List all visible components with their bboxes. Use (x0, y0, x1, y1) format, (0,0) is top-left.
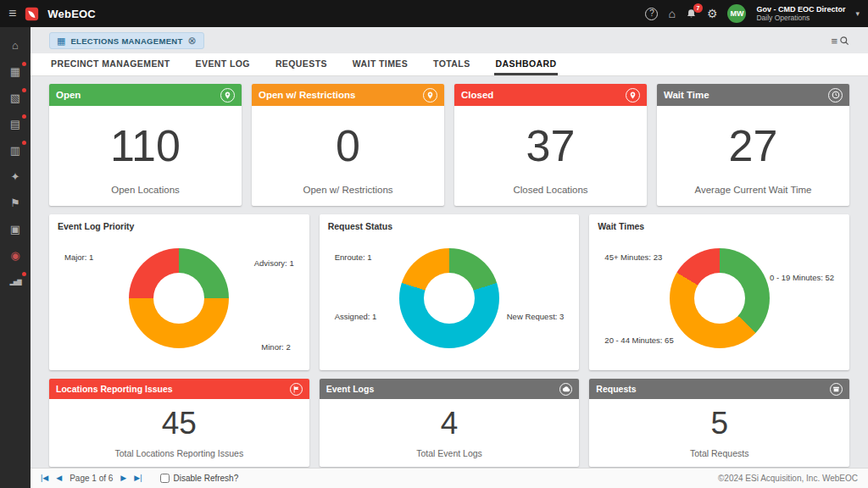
chart-label: New Request: 3 (507, 312, 565, 321)
stat-card-value: 110 (49, 106, 242, 185)
dashboard-content: Open110Open LocationsOpen w/ Restriction… (31, 76, 868, 468)
settings-gear-icon[interactable]: ⚙ (707, 8, 718, 19)
board-tabs: PRECINCT MANAGEMENTEVENT LOGREQUESTSWAIT… (31, 53, 868, 76)
pagination-first-button[interactable]: |◀ (41, 474, 48, 482)
location-pin-icon (220, 88, 235, 103)
reports-button[interactable]: ▂▅▇ (7, 274, 24, 289)
left-sidebar: ⌂▦▧▤▥✦⚑▣◉▂▅▇ (0, 27, 31, 488)
board-icon: ▦ (57, 36, 65, 46)
notification-dot (22, 88, 26, 92)
chart-label: Enroute: 1 (335, 252, 372, 262)
messages-icon: ▥ (10, 145, 20, 156)
stat-card-title: Closed (461, 90, 493, 100)
stat-card-value: 0 (252, 106, 444, 185)
home-icon: ⌂ (12, 40, 19, 51)
chart-card-event-log-priority: Event Log PriorityAdvisory: 1Minor: 2Maj… (49, 214, 309, 370)
stat-card-requests: Requests5Total Requests (589, 379, 849, 467)
stat-card-header: Requests (589, 379, 849, 399)
globe-icon: ◉ (10, 250, 19, 261)
chart-label: Major: 1 (64, 252, 93, 262)
user-avatar[interactable]: MW (727, 4, 746, 23)
apps-icon: ▤ (10, 119, 20, 130)
stat-card-event-logs: Event Logs4Total Event Logs (320, 379, 580, 467)
tab-event-log[interactable]: EVENT LOG (194, 53, 252, 75)
top-header: ≡ WebEOC ? ⌂ 7 ⚙ MW Gov - CMD EOC Direct… (0, 0, 868, 27)
user-menu[interactable]: Gov - CMD EOC Director Daily Operations (756, 5, 845, 23)
chart-card-wait-times: Wait Times0 - 19 Minutes: 5220 - 44 Minu… (589, 214, 849, 370)
donut-chart: Advisory: 1Minor: 2Major: 1 (58, 231, 301, 365)
messages-button[interactable]: ▥ (7, 142, 24, 158)
pagination-last-button[interactable]: ▶| (134, 474, 142, 482)
home-button[interactable]: ⌂ (7, 37, 24, 53)
stat-card-open-w-restrictions: Open w/ Restrictions0Open w/ Restriction… (252, 84, 444, 206)
stat-card-caption: Open w/ Restrictions (252, 185, 444, 206)
menu-toggle-icon[interactable]: ≡ (8, 6, 16, 21)
donut-chart: Enroute: 1New Request: 3Assigned: 1 (328, 231, 571, 365)
donut-hole (153, 273, 204, 324)
notification-dot (22, 272, 26, 276)
stat-card-header: Wait Time (657, 84, 849, 106)
disable-refresh-checkbox[interactable] (160, 474, 170, 483)
chart-title: Request Status (328, 221, 571, 231)
chart-title: Event Log Priority (58, 221, 301, 231)
maps-button[interactable]: ▧ (7, 90, 24, 105)
location-pin-icon (626, 88, 640, 103)
chart-label: Advisory: 1 (254, 258, 294, 268)
webeoc-app: ≡ WebEOC ? ⌂ 7 ⚙ MW Gov - CMD EOC Direct… (0, 0, 868, 488)
chart-label: 0 - 19 Minutes: 52 (770, 273, 834, 282)
notifications-bell-icon[interactable]: 7 (686, 8, 697, 19)
stat-card-closed: Closed37Closed Locations (454, 84, 647, 206)
stat-card-value: 37 (454, 106, 647, 185)
advanced-search-button[interactable]: ≡ (831, 36, 849, 47)
tab-wait-times[interactable]: WAIT TIMES (351, 53, 409, 75)
chart-card-request-status: Request StatusEnroute: 1New Request: 3As… (320, 214, 580, 370)
page-indicator: Page 1 of 6 (70, 474, 113, 483)
home-icon[interactable]: ⌂ (668, 8, 675, 19)
stat-card-caption: Open Locations (49, 185, 242, 206)
stat-card-header: Event Logs (320, 379, 580, 399)
contacts-button[interactable]: ▣ (7, 221, 24, 236)
stat-card-title: Event Logs (326, 384, 375, 394)
stat-card-title: Locations Reporting Issues (56, 384, 173, 394)
stat-card-caption: Total Requests (589, 448, 849, 467)
stat-card-locations-reporting-issues: Locations Reporting Issues45Total Locati… (49, 379, 309, 467)
webeoc-logo-icon (25, 7, 39, 21)
pagination-prev-button[interactable]: ◀ (56, 474, 62, 482)
location-pin-icon (423, 88, 437, 103)
tab-requests[interactable]: REQUESTS (274, 53, 329, 75)
pagination-next-button[interactable]: ▶ (120, 474, 126, 482)
boards-button[interactable]: ▦ (7, 64, 24, 79)
stat-card-caption: Total Event Logs (320, 448, 580, 467)
chevron-down-icon[interactable]: ▾ (855, 9, 860, 18)
tab-dashboard[interactable]: DASHBOARD (494, 53, 559, 75)
user-role-text: Gov - CMD EOC Director (756, 5, 845, 14)
tab-precinct-management[interactable]: PRECINCT MANAGEMENT (49, 53, 172, 75)
disable-refresh-label: Disable Refresh? (174, 474, 239, 483)
donut-ring (129, 248, 229, 348)
board-tab-elections-management[interactable]: ▦ ELECTIONS MANAGEMENT ⊗ (49, 32, 204, 49)
tab-totals[interactable]: TOTALS (431, 53, 471, 75)
contacts-icon: ▣ (10, 224, 20, 235)
footer: |◀ ◀ Page 1 of 6 ▶ ▶| Disable Refresh? ©… (31, 468, 868, 488)
stat-card-wait-time: Wait Time27Average Current Wait Time (657, 84, 849, 206)
donut-hole (694, 273, 745, 324)
stat-card-value: 45 (49, 399, 309, 448)
close-icon[interactable]: ⊗ (188, 36, 197, 46)
apps-button[interactable]: ▤ (7, 116, 24, 131)
chart-label: Assigned: 1 (335, 312, 377, 321)
globe-button[interactable]: ◉ (7, 247, 24, 263)
tools-button[interactable]: ✦ (7, 169, 24, 184)
stat-card-caption: Average Current Wait Time (657, 185, 849, 206)
chart-title: Wait Times (598, 221, 841, 231)
tools-icon: ✦ (11, 171, 20, 182)
chart-row: Event Log PriorityAdvisory: 1Minor: 2Maj… (49, 214, 849, 370)
stat-card-title: Open w/ Restrictions (259, 90, 355, 100)
alerts-icon: ⚑ (10, 197, 20, 208)
search-icon (839, 36, 849, 46)
stat-card-open: Open110Open Locations (49, 84, 242, 206)
cloud-icon (559, 383, 572, 396)
stat-row-bottom: Locations Reporting Issues45Total Locati… (49, 379, 849, 467)
chart-label: 20 - 44 Minutes: 65 (604, 336, 673, 345)
alerts-button[interactable]: ⚑ (7, 195, 24, 210)
help-icon[interactable]: ? (645, 8, 658, 20)
